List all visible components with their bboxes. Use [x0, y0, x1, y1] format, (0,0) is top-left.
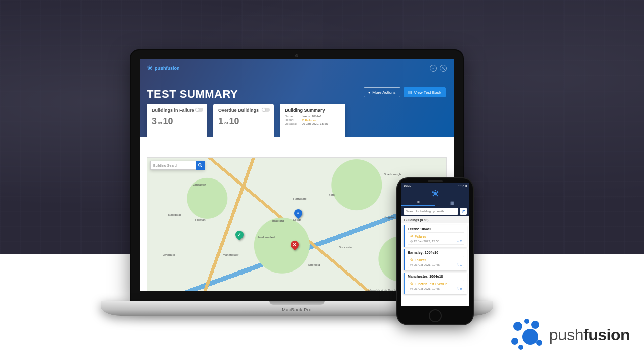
clock-icon: ◷: [410, 263, 413, 266]
list-item[interactable]: Leeds: 1064e1 ⊘Failures ◷ 12 Jan 2022, 1…: [404, 225, 467, 247]
phone-tab-list[interactable]: ≡: [401, 199, 435, 206]
map-pin-failure[interactable]: ✕: [289, 239, 301, 251]
svg-point-11: [437, 191, 438, 193]
card-summary-details: Name:Leeds: 1064e1 Health:⊘ Failures Upd…: [285, 115, 340, 125]
map-label: Lancaster: [193, 183, 206, 186]
svg-point-1: [147, 66, 149, 68]
logo-icon: [431, 190, 439, 198]
card-summary-title: Building Summary: [285, 108, 340, 113]
card-overdue-buildings[interactable]: Overdue Buildings 1of10: [213, 104, 274, 139]
action-row: ▾ More Actions ▤ View Test Book: [364, 87, 446, 97]
svg-point-13: [437, 195, 438, 196]
phone-app-viewport: 10:39 ••• ⚡︎ ▮ ≡ ▦ ⇵ Buildings (8 / 8) L…: [401, 183, 469, 306]
warning-icon: ⊘: [410, 234, 413, 238]
map-label: Scarborough: [384, 173, 401, 176]
svg-point-10: [432, 191, 434, 193]
svg-point-4: [151, 69, 152, 70]
brand-wordmark: pushfusion: [549, 326, 630, 344]
map-search-input[interactable]: [150, 161, 196, 170]
phone-status-icons: ••• ⚡︎ ▮: [458, 184, 467, 187]
map-label: Bradford: [272, 219, 284, 222]
map-pin-ok[interactable]: ✓: [234, 229, 246, 241]
laptop-model-label: MacBook Pro: [282, 307, 312, 312]
map-label: Sheffield: [308, 263, 320, 266]
brand-mark-icon: [509, 319, 545, 351]
phone-status-time: 10:39: [404, 184, 411, 187]
warning-icon: ⊘: [410, 258, 413, 262]
map-label: Harrogate: [293, 197, 307, 200]
view-test-book-button[interactable]: ▤ View Test Book: [404, 87, 446, 97]
map-label: York: [329, 193, 335, 196]
map-search-button[interactable]: [196, 161, 205, 170]
phone-search-input[interactable]: [404, 208, 458, 215]
phone-home-button[interactable]: [429, 309, 442, 322]
svg-line-8: [201, 166, 202, 167]
bulb-icon: ♡: [457, 263, 459, 266]
brand-logo-large: pushfusion: [509, 319, 630, 351]
book-icon: ▤: [408, 90, 412, 95]
map-pin-leeds[interactable]: •: [293, 208, 304, 219]
svg-point-3: [148, 69, 149, 70]
map-label: Blackpool: [168, 213, 181, 216]
card-failure-title: Buildings in Failure: [152, 108, 202, 113]
app-logo[interactable]: pushfusion: [147, 65, 180, 71]
laptop-camera: [295, 54, 298, 57]
list-item-status: ⊘Failures: [410, 234, 462, 238]
phone-tabs: ≡ ▦: [401, 199, 469, 206]
map-label: Doncaster: [339, 246, 352, 249]
map-label: Preston: [195, 218, 206, 221]
list-item-status: ⊘Failures: [410, 258, 462, 262]
list-item-status: ⊘Function Test Overdue: [410, 282, 462, 286]
app-logo-text: pushfusion: [155, 66, 180, 71]
view-test-book-label: View Test Book: [414, 90, 441, 95]
laptop-trackpad-notch: [269, 301, 325, 305]
svg-point-14: [435, 190, 436, 191]
svg-point-0: [149, 67, 151, 70]
list-item-title: Leeds: 1064e1: [408, 227, 464, 231]
phone-app-header: [401, 188, 469, 199]
map-label: Manchester: [223, 253, 238, 256]
svg-point-9: [434, 192, 437, 195]
svg-point-6: [443, 67, 444, 68]
clock-icon: ◷: [410, 240, 413, 243]
more-actions-button[interactable]: ▾ More Actions: [364, 87, 400, 97]
card-overdue-title: Overdue Buildings: [218, 108, 269, 113]
warning-icon: ⊘: [410, 282, 413, 286]
bulb-icon: ♡: [457, 287, 459, 290]
app-header: pushfusion ≡ TEST SUMMARY ▾ More Actions: [140, 59, 454, 137]
phone-filter-button[interactable]: ⇵: [460, 208, 467, 215]
card-buildings-in-failure[interactable]: Buildings in Failure 3of10: [147, 104, 207, 139]
list-item-title: Manchester: 1064e18: [408, 275, 464, 278]
map-label: Liverpool: [163, 253, 175, 256]
clock-icon: ◷: [410, 287, 413, 290]
bulb-icon: ♡: [457, 239, 459, 243]
card-failure-stat: 3of10: [152, 117, 202, 126]
phone-mockup: 10:39 ••• ⚡︎ ▮ ≡ ▦ ⇵ Buildings (8 / 8) L…: [397, 178, 473, 324]
phone-tab-grid[interactable]: ▦: [435, 199, 469, 206]
phone-building-count: Buildings (8 / 8): [401, 216, 469, 223]
list-item[interactable]: Barnsley: 1064e16 ⊘Failures ◷ 05 Aug 202…: [404, 249, 467, 270]
svg-point-2: [151, 66, 152, 68]
svg-point-7: [199, 164, 201, 166]
card-overdue-toggle[interactable]: [262, 108, 270, 112]
map-label: Leeds: [293, 218, 301, 221]
card-failure-toggle[interactable]: [195, 108, 203, 112]
list-item[interactable]: Manchester: 1064e18 ⊘Function Test Overd…: [404, 273, 467, 294]
card-overdue-stat: 1of10: [218, 117, 269, 126]
logo-icon: [147, 65, 153, 71]
hamburger-menu-button[interactable]: ≡: [430, 65, 437, 72]
list-item-title: Barnsley: 1064e16: [408, 251, 464, 254]
user-account-button[interactable]: [440, 65, 447, 72]
svg-point-5: [149, 66, 150, 67]
more-actions-label: More Actions: [372, 90, 395, 95]
svg-point-12: [433, 195, 434, 196]
chevron-down-icon: ▾: [368, 90, 370, 95]
phone-status-bar: 10:39 ••• ⚡︎ ▮: [401, 183, 469, 188]
map-label: Huddersfield: [258, 236, 275, 239]
